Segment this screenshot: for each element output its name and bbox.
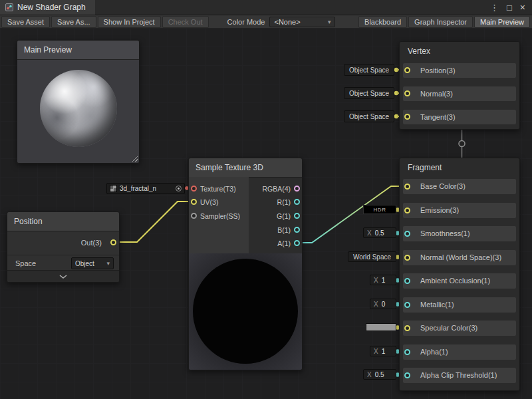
axis-label: X bbox=[367, 371, 372, 378]
fragment-row-label: Specular Color(3) bbox=[420, 321, 477, 336]
title-bar: New Shader Graph ⋮ □ × bbox=[0, 0, 532, 15]
fragment-row-alpha-clip-threshold: Alpha Clip Threshold(1) bbox=[403, 368, 516, 383]
maximize-icon[interactable]: □ bbox=[507, 3, 512, 12]
check-out-button[interactable]: Check Out bbox=[162, 16, 209, 28]
main-preview-toggle-button[interactable]: Main Preview bbox=[474, 16, 530, 28]
port-smoothness[interactable] bbox=[404, 231, 410, 237]
port-vertex-normal[interactable] bbox=[404, 90, 410, 96]
specular-color-swatch[interactable] bbox=[366, 323, 396, 331]
vertex-row-tangent: Tangent(3) bbox=[403, 110, 516, 124]
port-r-out[interactable] bbox=[294, 199, 300, 205]
preview-collapse-bar[interactable] bbox=[7, 270, 119, 282]
fragment-row-label: Base Color(3) bbox=[420, 179, 466, 194]
vertex-title: Vertex bbox=[400, 42, 519, 60]
tangent-space-dropdown[interactable]: Object Space bbox=[344, 110, 394, 122]
alpha-clip-threshold-value-field[interactable]: X 0.5 bbox=[363, 369, 396, 380]
blackboard-toggle-button[interactable]: Blackboard bbox=[358, 16, 407, 28]
alpha-value-field[interactable]: X 1 bbox=[370, 346, 396, 356]
output-label: RGBA(4) bbox=[262, 184, 291, 194]
port-uv-in[interactable] bbox=[191, 199, 197, 205]
document-tab[interactable]: New Shader Graph bbox=[0, 0, 95, 15]
preview-sphere bbox=[40, 70, 117, 147]
chevron-down-icon: ▾ bbox=[328, 19, 331, 25]
position-node[interactable]: Position Out(3) Space Object ▾ bbox=[7, 211, 120, 283]
fragment-row-alpha: Alpha(1) bbox=[403, 344, 516, 360]
normal-space-mode-dropdown[interactable]: World Space bbox=[348, 251, 396, 262]
graph-inspector-toggle-button[interactable]: Graph Inspector bbox=[408, 16, 473, 28]
vertex-row-label: Position(3) bbox=[420, 63, 456, 78]
sample-texture-3d-node[interactable]: Sample Texture 3D Texture(T3) UV(3) Samp… bbox=[188, 158, 303, 370]
vertex-row-position: Position(3) bbox=[403, 63, 516, 78]
output-label: A(1) bbox=[277, 238, 291, 249]
field-value: 0.5 bbox=[375, 229, 384, 237]
port-g-out[interactable] bbox=[294, 213, 300, 219]
output-row-rgba: RGBA(4) bbox=[235, 184, 302, 194]
main-preview-header[interactable]: Main Preview bbox=[17, 41, 139, 60]
port-emission[interactable] bbox=[404, 207, 410, 213]
hdr-badge: HDR bbox=[374, 207, 386, 213]
fragment-row-label: Alpha(1) bbox=[420, 344, 448, 360]
texture-object-field[interactable]: 3d_fractal_n bbox=[106, 183, 185, 194]
output-row-r: R(1) bbox=[235, 197, 302, 207]
ambient-occlusion-value-field[interactable]: X 1 bbox=[370, 275, 396, 285]
port-vertex-position[interactable] bbox=[404, 67, 410, 73]
port-position-out[interactable] bbox=[110, 239, 116, 245]
field-value: 0.5 bbox=[375, 371, 384, 378]
output-label: B(1) bbox=[277, 225, 291, 235]
window-title: New Shader Graph bbox=[17, 3, 86, 12]
field-value: 1 bbox=[382, 277, 386, 284]
kebab-menu-icon[interactable]: ⋮ bbox=[490, 3, 499, 12]
vertex-node[interactable]: Vertex Position(3) Normal(3) Tangent(3) bbox=[399, 41, 520, 130]
out-label: Out(3) bbox=[81, 234, 102, 251]
port-normal-world-space[interactable] bbox=[404, 255, 410, 261]
metallic-value-field[interactable]: X 0 bbox=[370, 299, 396, 309]
fragment-node[interactable]: Fragment Base Color(3) Emission(3) Smoot… bbox=[399, 158, 520, 391]
object-picker-icon[interactable] bbox=[176, 186, 182, 192]
show-in-project-button[interactable]: Show In Project bbox=[98, 16, 161, 28]
smoothness-value-field[interactable]: X 0.5 bbox=[363, 227, 396, 238]
color-mode-label: Color Mode bbox=[227, 18, 265, 26]
output-row-b: B(1) bbox=[235, 225, 302, 235]
space-dropdown[interactable]: Object ▾ bbox=[71, 257, 114, 269]
port-a-out[interactable] bbox=[294, 240, 300, 246]
fragment-row-label: Emission(3) bbox=[420, 203, 459, 218]
port-alpha-clip-threshold[interactable] bbox=[404, 372, 410, 378]
port-metallic[interactable] bbox=[404, 302, 410, 308]
graph-canvas[interactable]: Main Preview Vertex Position(3) Normal(3… bbox=[0, 28, 532, 399]
normal-space-binding-dropdown[interactable]: Object Space bbox=[344, 87, 394, 99]
save-asset-button[interactable]: Save Asset bbox=[1, 16, 50, 28]
output-label: R(1) bbox=[277, 197, 291, 207]
resize-handle-icon[interactable] bbox=[131, 155, 138, 162]
port-specular-color[interactable] bbox=[404, 325, 410, 331]
port-b-out[interactable] bbox=[294, 227, 300, 233]
wire-position-out-to-uv[interactable] bbox=[115, 201, 191, 242]
collapse-chevron-icon bbox=[59, 275, 67, 279]
output-label: G(1) bbox=[277, 211, 291, 221]
port-sampler-in[interactable] bbox=[191, 213, 197, 219]
close-icon[interactable]: × bbox=[520, 3, 525, 12]
axis-label: X bbox=[367, 229, 372, 237]
field-value: 1 bbox=[382, 348, 386, 355]
normal-space-mode-value: World Space bbox=[353, 253, 391, 261]
emission-color-field[interactable]: HDR bbox=[363, 205, 396, 214]
main-preview-title: Main Preview bbox=[24, 45, 72, 55]
port-rgba-out[interactable] bbox=[294, 186, 300, 192]
window-controls: ⋮ □ × bbox=[490, 0, 532, 15]
port-texture-in[interactable] bbox=[191, 186, 197, 192]
fragment-row-metallic: Metallic(1) bbox=[403, 297, 516, 313]
save-as-button[interactable]: Save As... bbox=[51, 16, 96, 28]
normal-space-binding-value: Object Space bbox=[349, 90, 389, 97]
position-space-dropdown[interactable]: Object Space bbox=[344, 64, 394, 76]
color-mode-dropdown[interactable]: <None> ▾ bbox=[269, 17, 335, 27]
port-ambient-occlusion[interactable] bbox=[404, 278, 410, 284]
input-label: Sampler(SS) bbox=[200, 211, 240, 221]
chevron-down-icon: ▾ bbox=[106, 260, 110, 267]
input-label: Texture(T3) bbox=[200, 184, 236, 194]
port-vertex-tangent[interactable] bbox=[404, 114, 410, 120]
fragment-row-label: Ambient Occlusion(1) bbox=[420, 273, 490, 289]
port-base-color[interactable] bbox=[404, 184, 410, 190]
port-alpha[interactable] bbox=[404, 349, 410, 355]
position-out-row: Out(3) bbox=[7, 234, 119, 251]
vertex-row-label: Tangent(3) bbox=[420, 110, 456, 124]
position-space-value: Object Space bbox=[349, 66, 389, 74]
